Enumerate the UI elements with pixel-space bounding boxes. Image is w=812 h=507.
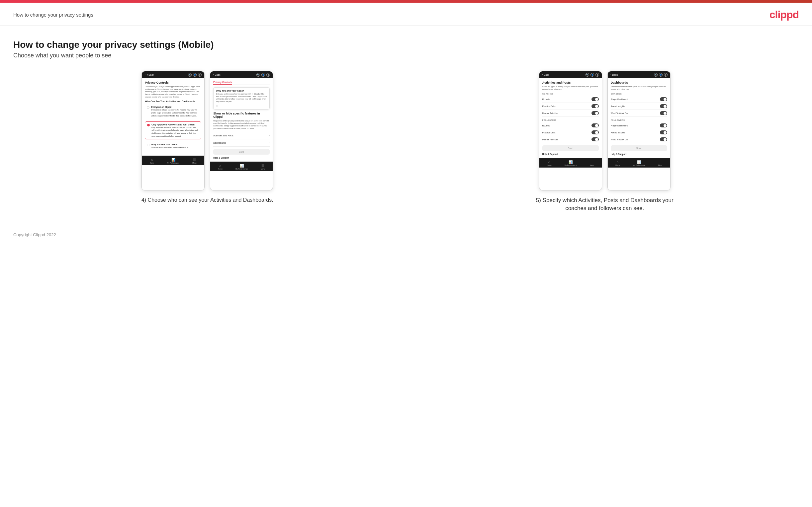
option-everyone-text: Everyone on Clippd can search for you an… bbox=[151, 109, 197, 116]
toggle-playerdash-followers: Player Dashboard bbox=[611, 122, 667, 129]
mob-back-2[interactable]: ‹ Back bbox=[213, 73, 220, 76]
save-button-2[interactable]: Save bbox=[213, 149, 270, 155]
screenshots-row: ‹ < Back 🔍 👤 ⚙ Privacy Controls Control … bbox=[13, 71, 799, 212]
option-approved-label: Only Approved Followers and Your Coach bbox=[151, 123, 199, 126]
search-icon-4[interactable]: 🔍 bbox=[654, 73, 658, 77]
mob-back-3[interactable]: ‹ Back bbox=[542, 73, 549, 76]
people-icon-4[interactable]: 👤 bbox=[659, 73, 663, 77]
main-content: How to change your privacy settings (Mob… bbox=[0, 26, 812, 222]
nav-home-1[interactable]: ⌂ Home bbox=[150, 158, 154, 164]
popup-radio bbox=[216, 105, 267, 107]
nav-home-2[interactable]: ⌂ Home bbox=[218, 164, 222, 170]
nav-home-3[interactable]: ⌂ Home bbox=[547, 160, 551, 166]
playerdash-coaches-label: Player Dashboard bbox=[611, 98, 628, 101]
option-youcoach-text: Only you and the coaches you connect wit… bbox=[151, 146, 188, 148]
drills-followers-toggle[interactable] bbox=[592, 130, 599, 134]
mob-topbar-4: ‹ Back 🔍 👤 ⚙ bbox=[608, 71, 670, 78]
whattowork-coaches-toggle[interactable] bbox=[660, 111, 667, 115]
toggle-whattowork-followers: What To Work On bbox=[611, 136, 667, 143]
mob-back-4[interactable]: ‹ Back bbox=[610, 73, 618, 76]
nav-menu-3[interactable]: ☰ Menu bbox=[590, 160, 594, 166]
mobile-screen-2: ‹ Back 🔍 👤 ⚙ Privacy Controls bbox=[210, 71, 273, 190]
nav-menu-2[interactable]: ☰ Menu bbox=[261, 164, 265, 170]
playerdash-followers-label: Player Dashboard bbox=[611, 124, 628, 127]
nav-performance-2[interactable]: 📊 My Performance bbox=[236, 164, 248, 170]
nav-menu-1[interactable]: ☰ Menu bbox=[192, 158, 197, 164]
screenshot-group-2: ‹ Back 🔍 👤 ⚙ Activities and Posts Select… bbox=[411, 71, 799, 212]
roundinsights-followers-toggle[interactable] bbox=[660, 130, 667, 134]
people-icon-2[interactable]: 👤 bbox=[261, 73, 265, 77]
chevron-dashboards: › bbox=[269, 142, 270, 144]
toggle-rounds-coaches: Rounds bbox=[542, 96, 599, 103]
option-everyone-label: Everyone on Clippd bbox=[151, 106, 199, 108]
mob-bottom-nav-4: ⌂ Home 📊 My Performance ☰ Menu bbox=[608, 158, 670, 168]
whattowork-followers-toggle[interactable] bbox=[660, 137, 667, 142]
activities-posts-body: Select the types of activity that you'd … bbox=[542, 86, 599, 91]
whattowork-coaches-label: What To Work On bbox=[611, 112, 628, 114]
manual-followers-toggle[interactable] bbox=[592, 137, 599, 142]
mob-content-2: Privacy Controls Only You and Your Coach… bbox=[210, 78, 273, 162]
settings-icon-3[interactable]: ⚙ bbox=[596, 73, 599, 77]
people-icon[interactable]: 👤 bbox=[193, 73, 197, 77]
dashboards-link[interactable]: Dashboards › bbox=[213, 139, 270, 147]
mob-content-4: Dashboards Select the dashboards that yo… bbox=[608, 78, 670, 158]
save-button-3[interactable]: Save bbox=[542, 145, 599, 151]
drills-coaches-toggle[interactable] bbox=[592, 104, 599, 108]
radio-approved bbox=[147, 124, 150, 126]
page-subtitle: Choose what you want people to see bbox=[13, 52, 799, 59]
nav-menu-4[interactable]: ☰ Menu bbox=[658, 160, 663, 166]
privacy-tab[interactable]: Privacy Controls bbox=[213, 81, 232, 84]
option-everyone[interactable]: Everyone on Clippd Everyone on Clippd ca… bbox=[145, 104, 201, 119]
rounds-coaches-label: Rounds bbox=[542, 98, 550, 101]
option-youcoach[interactable]: Only You and Your Coach Only you and the… bbox=[145, 142, 201, 151]
playerdash-coaches-toggle[interactable] bbox=[660, 97, 667, 101]
people-icon-3[interactable]: 👤 bbox=[591, 73, 594, 77]
whattowork-followers-label: What To Work On bbox=[611, 138, 628, 141]
mob-content-1: Privacy Controls Control how you and you… bbox=[142, 78, 204, 156]
activities-posts-label: Activities and Posts bbox=[213, 134, 234, 137]
playerdash-followers-toggle[interactable] bbox=[660, 123, 667, 127]
activities-posts-link[interactable]: Activities and Posts › bbox=[213, 132, 270, 139]
mob-icons-3: 🔍 👤 ⚙ bbox=[586, 73, 599, 77]
nav-performance-4[interactable]: 📊 My Performance bbox=[633, 160, 645, 166]
followers-group-label-4: FOLLOWERS bbox=[611, 119, 667, 121]
mob-back-1[interactable]: ‹ < Back bbox=[145, 73, 154, 76]
radio-everyone bbox=[147, 106, 149, 109]
nav-performance-3[interactable]: 📊 My Performance bbox=[565, 160, 577, 166]
toggle-playerdash-coaches: Player Dashboard bbox=[611, 96, 667, 103]
rounds-followers-toggle[interactable] bbox=[592, 123, 599, 127]
dashboards-body: Select the dashboards that you'd like to… bbox=[611, 86, 667, 91]
popup-radio-circle bbox=[216, 105, 218, 107]
save-button-4[interactable]: Save bbox=[611, 145, 667, 151]
help-support-3: Help & Support bbox=[542, 153, 599, 155]
option-youcoach-label: Only You and Your Coach bbox=[151, 143, 188, 146]
help-support-2: Help & Support bbox=[213, 157, 270, 159]
mobile-screen-4: ‹ Back 🔍 👤 ⚙ Dashboards Select the dashb… bbox=[607, 71, 670, 190]
search-icon-2[interactable]: 🔍 bbox=[256, 73, 260, 77]
dashboards-label: Dashboards bbox=[213, 142, 226, 144]
screenshot-pair-1: ‹ < Back 🔍 👤 ⚙ Privacy Controls Control … bbox=[13, 71, 402, 190]
footer: Copyright Clippd 2022 bbox=[0, 222, 812, 244]
radio-youcoach bbox=[147, 144, 149, 146]
mob-content-3: Activities and Posts Select the types of… bbox=[539, 78, 602, 158]
settings-icon-4[interactable]: ⚙ bbox=[664, 73, 667, 77]
drills-coaches-label: Practice Drills bbox=[542, 105, 556, 108]
manual-coaches-toggle[interactable] bbox=[592, 111, 599, 115]
search-icon-3[interactable]: 🔍 bbox=[586, 73, 589, 77]
option-approved-text: Only approved followers and coaches you … bbox=[151, 126, 198, 137]
popup-title: Only You and Your Coach bbox=[216, 90, 267, 92]
rounds-followers-label: Rounds bbox=[542, 124, 550, 127]
search-icon[interactable]: 🔍 bbox=[188, 73, 192, 77]
manual-coaches-label: Manual Activities bbox=[542, 112, 558, 114]
settings-icon-2[interactable]: ⚙ bbox=[266, 73, 270, 77]
rounds-coaches-toggle[interactable] bbox=[592, 97, 599, 101]
nav-performance-1[interactable]: 📊 My Performance bbox=[167, 158, 179, 164]
dashboards-title: Dashboards bbox=[611, 81, 667, 84]
roundinsights-followers-label: Round Insights bbox=[611, 131, 625, 134]
roundinsights-coaches-toggle[interactable] bbox=[660, 104, 667, 108]
option-approved[interactable]: Only Approved Followers and Your Coach O… bbox=[145, 121, 201, 140]
settings-icon[interactable]: ⚙ bbox=[198, 73, 202, 77]
nav-home-4[interactable]: ⌂ Home bbox=[615, 160, 620, 166]
toggle-roundinsights-coaches: Round Insights bbox=[611, 103, 667, 110]
mob-body-1: Control how you and your data appears to… bbox=[145, 86, 201, 98]
